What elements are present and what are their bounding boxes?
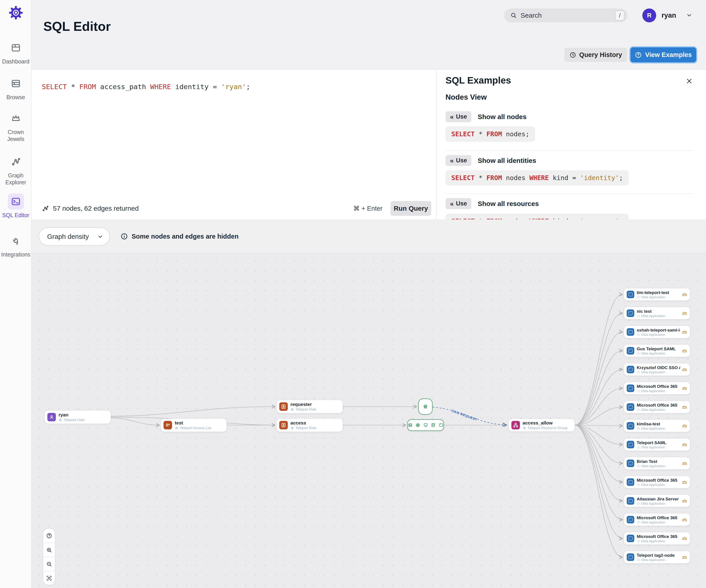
sidebar-item-browse[interactable]: Browse bbox=[0, 76, 32, 101]
zoom-in-button[interactable] bbox=[43, 543, 55, 557]
editor-status-bar: 57 nodes, 62 edges returned ⌘ + Enter Ru… bbox=[42, 201, 431, 216]
use-example-button[interactable]: «Use bbox=[445, 111, 471, 122]
graph-node-okta-app[interactable]: Brian Test Okta Application bbox=[624, 457, 690, 469]
resource-group-icon bbox=[511, 421, 520, 429]
graph-density-dropdown[interactable]: Graph density bbox=[39, 227, 110, 245]
hidden-nodes-notice: Some nodes and edges are hidden bbox=[120, 220, 239, 253]
app-logo-gear-icon[interactable] bbox=[8, 5, 24, 21]
graph-node-okta-app[interactable]: Teleport tag2-node Okta Application bbox=[624, 551, 690, 563]
sidebar-item-crown-jewels[interactable]: Crown Jewels bbox=[0, 110, 32, 143]
okta-icon bbox=[637, 446, 640, 449]
kubernetes-icon bbox=[415, 423, 420, 428]
query-text[interactable]: SELECT * FROM access_path WHERE identity… bbox=[42, 83, 250, 91]
sidebar-item-graph-explorer[interactable]: Graph Explorer bbox=[0, 154, 32, 186]
crown-icon[interactable] bbox=[682, 349, 687, 353]
chevron-down-icon[interactable] bbox=[686, 12, 693, 19]
graph-node-okta-app[interactable]: tim-teleport-test Okta Application bbox=[624, 288, 690, 301]
graph-node-okta-app[interactable]: Microsoft Office 365 Okta Application bbox=[624, 382, 690, 394]
node-title: access bbox=[290, 420, 306, 425]
node-title: Teleport tag2-node bbox=[637, 553, 680, 558]
graph-canvas[interactable]: CAN REQUEST ryan Teleport User test Tele… bbox=[32, 253, 706, 588]
terminal-icon bbox=[11, 196, 21, 207]
search-input[interactable] bbox=[520, 12, 601, 19]
crown-icon[interactable] bbox=[682, 311, 687, 315]
app-window-icon bbox=[627, 460, 634, 467]
zoom-out-button[interactable] bbox=[43, 557, 55, 571]
node-subtitle: Okta Application bbox=[641, 351, 665, 355]
graph-node-okta-app[interactable]: Microsoft Office 365 Okta Application bbox=[624, 514, 690, 526]
sql-query-editor[interactable]: SELECT * FROM access_path WHERE identity… bbox=[32, 70, 436, 220]
graph-node-okta-app[interactable]: Microsoft Office 365 Okta Application bbox=[624, 401, 690, 413]
crown-icon[interactable] bbox=[682, 330, 687, 334]
graph-node-okta-app[interactable]: Microsoft Office 365 Okta Application bbox=[624, 476, 690, 488]
graph-node-access-allow[interactable]: access_allow Teleport Resource Group bbox=[509, 419, 575, 431]
example-code[interactable]: SELECT * FROM nodes WHERE kind = 'resour… bbox=[445, 213, 629, 220]
view-examples-button[interactable]: View Examples bbox=[630, 47, 696, 62]
crown-icon[interactable] bbox=[682, 292, 687, 297]
double-left-angle-icon: « bbox=[450, 157, 454, 164]
fit-view-button[interactable] bbox=[43, 571, 55, 585]
node-subtitle: Okta Application bbox=[641, 558, 665, 562]
search-icon bbox=[510, 12, 517, 19]
crown-icon[interactable] bbox=[682, 461, 687, 466]
query-history-button[interactable]: Query History bbox=[564, 48, 627, 62]
okta-icon bbox=[637, 502, 640, 505]
example-code[interactable]: SELECT * FROM nodes WHERE kind = 'identi… bbox=[445, 170, 629, 186]
graph-controls bbox=[43, 528, 55, 585]
graph-node-okta-app[interactable]: kimlisa-test Okta Application bbox=[624, 420, 690, 432]
graph-node-okta-app[interactable]: Atlassian Jira Server Okta Application bbox=[624, 495, 690, 507]
graph-node-requester[interactable]: requester Teleport Role bbox=[277, 400, 343, 413]
crown-icon[interactable] bbox=[682, 442, 687, 447]
role-badge-icon bbox=[279, 402, 288, 411]
crown-icon[interactable] bbox=[682, 517, 687, 522]
sidebar-item-sql-editor[interactable]: SQL Editor bbox=[0, 193, 32, 219]
graph-group-sliders[interactable] bbox=[418, 398, 433, 415]
crown-icon[interactable] bbox=[682, 405, 687, 409]
graph-node-okta-app[interactable]: sshah-teleport-saml-idp... Okta Applicat… bbox=[624, 326, 690, 338]
graph-node-okta-app[interactable]: Teleport SAML Okta Application bbox=[624, 438, 690, 450]
graph-group-resources[interactable] bbox=[407, 419, 444, 431]
node-subtitle: Okta Application bbox=[641, 314, 665, 318]
app-window-icon bbox=[627, 366, 634, 373]
node-title: Microsoft Office 365 bbox=[637, 384, 680, 389]
app-window-icon bbox=[627, 403, 634, 411]
gear-icon bbox=[290, 426, 294, 430]
use-example-button[interactable]: «Use bbox=[445, 155, 471, 166]
crown-icon[interactable] bbox=[682, 367, 687, 372]
double-left-angle-icon: « bbox=[450, 114, 454, 120]
crown-icon[interactable] bbox=[682, 555, 687, 559]
graph-node-test[interactable]: test Teleport Access List bbox=[161, 419, 227, 432]
graph-node-okta-app[interactable]: Gus Teleport SAML Okta Application bbox=[624, 345, 690, 357]
crown-icon[interactable] bbox=[682, 536, 687, 541]
crown-icon[interactable] bbox=[682, 480, 687, 484]
graph-node-okta-app[interactable]: nic test Okta Application bbox=[624, 307, 690, 319]
username[interactable]: ryan bbox=[662, 8, 676, 22]
close-icon[interactable] bbox=[685, 77, 693, 85]
access-list-icon bbox=[163, 421, 172, 429]
sidebar: Dashboard Browse Crown Jewels Graph Expl… bbox=[0, 0, 32, 588]
node-title: kimlisa-test bbox=[637, 421, 680, 427]
sidebar-item-dashboard[interactable]: Dashboard bbox=[0, 40, 32, 65]
help-button[interactable] bbox=[43, 528, 55, 543]
user-icon bbox=[47, 413, 56, 421]
graph-node-access[interactable]: access Teleport Role bbox=[277, 419, 343, 432]
graph-node-okta-app[interactable]: Microsoft Office 365 Okta Application bbox=[624, 533, 690, 544]
avatar[interactable]: R bbox=[642, 8, 656, 22]
node-title: nic test bbox=[637, 309, 680, 314]
node-subtitle: Teleport User bbox=[64, 418, 85, 422]
crown-icon[interactable] bbox=[682, 424, 687, 428]
graph-node-ryan[interactable]: ryan Teleport User bbox=[45, 410, 111, 424]
crown-icon[interactable] bbox=[682, 386, 687, 391]
node-title: test bbox=[175, 420, 183, 425]
crown-icon[interactable] bbox=[682, 499, 687, 503]
application-icon bbox=[439, 423, 443, 428]
run-shortcut-hint: ⌘ + Enter bbox=[353, 205, 383, 212]
sidebar-item-integrations[interactable]: Integrations bbox=[0, 233, 32, 258]
graph-edges bbox=[32, 253, 706, 588]
search-bar[interactable]: / bbox=[504, 8, 628, 22]
use-example-button[interactable]: «Use bbox=[445, 198, 471, 209]
run-query-button[interactable]: Run Query bbox=[391, 201, 431, 216]
graph-node-okta-app[interactable]: Krzysztof OIDC SSO App Okta Application bbox=[624, 363, 690, 376]
info-icon bbox=[120, 233, 128, 240]
example-code[interactable]: SELECT * FROM nodes; bbox=[445, 126, 535, 142]
